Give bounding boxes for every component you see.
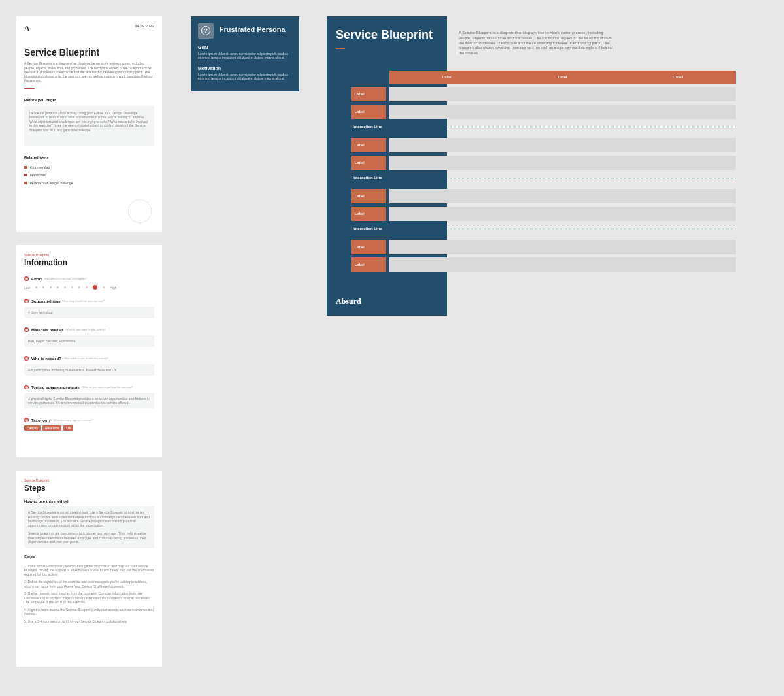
blueprint-row: Label — [351, 189, 736, 203]
tag[interactable]: Canvas — [24, 425, 41, 431]
persona-title: Frustrated Persona — [220, 25, 286, 33]
overview-panel: A 04.09.2022 Service Blueprint A Service… — [16, 16, 162, 232]
steps-heading: Steps — [24, 555, 154, 559]
related-list: #JourneyMap #Personas #FrameYourDesignCh… — [24, 163, 154, 187]
outcomes-row: ✖Typical outcomes/outputs What do you wa… — [24, 385, 154, 408]
who-row: ✖Who is needed? Who needs to join in wit… — [24, 356, 154, 376]
interaction-line: Interaction Line — [351, 119, 736, 135]
steps-panel: Service Blueprint Steps How to use this … — [16, 471, 162, 667]
panel-title: Information — [24, 258, 154, 267]
blueprint-row: Label — [351, 87, 736, 101]
decorative-circle — [128, 199, 152, 223]
goal-label: Goal — [198, 45, 293, 50]
blueprint-row: Label — [351, 156, 736, 170]
howto-box: A Service Blueprint is not an ideation t… — [24, 506, 154, 548]
interaction-line: Interaction Line — [351, 221, 736, 237]
related-item[interactable]: #FrameYourDesignChallenge — [24, 179, 154, 187]
before-title: Before you begin — [24, 98, 154, 102]
step-item: 3. Gather research and insights from the… — [24, 591, 154, 605]
motivation-text: Lorem ipsum dolor sit amet, consectetur … — [198, 73, 293, 80]
information-panel: Service Blueprint Information ✖Effort Ho… — [16, 245, 162, 457]
page-title: Service Blueprint — [24, 47, 154, 58]
persona-card: ? Frustrated Persona Goal Lorem ipsum do… — [191, 16, 299, 91]
brand-label: Absurd — [336, 297, 361, 307]
overview-description: A Service Blueprint is a diagram that di… — [24, 61, 154, 83]
blueprint-canvas: Service Blueprint Absurd A Service Bluep… — [327, 16, 736, 316]
interaction-line: Interaction Line — [351, 170, 736, 186]
logo: A — [24, 24, 30, 33]
howto-title: How to use this method — [24, 499, 154, 503]
step-list: 1. Invite a cross-disciplinary team to h… — [24, 564, 154, 624]
blueprint-row: Label — [351, 240, 736, 254]
panel-title: Steps — [24, 484, 154, 493]
effort-row: ✖Effort How difficult is the task to com… — [24, 276, 154, 290]
divider — [336, 48, 345, 49]
eyebrow: Service Blueprint — [24, 478, 154, 482]
tag[interactable]: Research — [42, 425, 61, 431]
materials-row: ✖Materials needed What do you need for t… — [24, 327, 154, 347]
before-text: Define the purpose of the activity using… — [24, 106, 154, 146]
goal-text: Lorem ipsum dolor sit amet, consectetur … — [198, 52, 293, 59]
tag[interactable]: UX — [63, 425, 73, 431]
step-item: 1. Invite a cross-disciplinary team to h… — [24, 564, 154, 577]
related-item[interactable]: #Personas — [24, 171, 154, 179]
motivation-label: Motivation — [198, 66, 293, 71]
blueprint-row: Label — [351, 257, 736, 272]
persona-icon: ? — [198, 23, 214, 39]
blueprint-row: Label — [351, 138, 736, 152]
related-item[interactable]: #JourneyMap — [24, 163, 154, 171]
step-item: 4. Align the team around the Service Blu… — [24, 608, 154, 616]
eyebrow: Service Blueprint — [24, 253, 154, 257]
stop-icon: ✖ — [24, 299, 29, 303]
divider — [24, 88, 35, 89]
stop-icon: ✖ — [24, 356, 29, 361]
stop-icon: ✖ — [24, 276, 29, 281]
column-headers: Label Label Label — [389, 71, 736, 84]
blueprint-title: Service Blueprint — [336, 28, 438, 42]
stop-icon: ✖ — [24, 418, 29, 422]
blueprint-grid: Label Label Label Label Label Interactio… — [351, 71, 736, 272]
blueprint-description: A Service Blueprint is a diagram that di… — [459, 31, 615, 56]
stop-icon: ✖ — [24, 385, 29, 389]
step-item: 5. Use a 3-4 hour session to fill in you… — [24, 620, 154, 624]
taxonomy-row: ✖Taxonomy What taxonomy tags are relevan… — [24, 418, 154, 431]
step-item: 2. Define the objectives of the exercise… — [24, 580, 154, 588]
blueprint-row: Label — [351, 105, 736, 119]
effort-scale: Low High — [24, 285, 154, 290]
stop-icon: ✖ — [24, 327, 29, 332]
date: 04.09.2022 — [135, 24, 154, 28]
related-title: Related tools — [24, 156, 154, 159]
time-row: ✖Suggested time How long should the exer… — [24, 299, 154, 318]
blueprint-row: Label — [351, 207, 736, 221]
